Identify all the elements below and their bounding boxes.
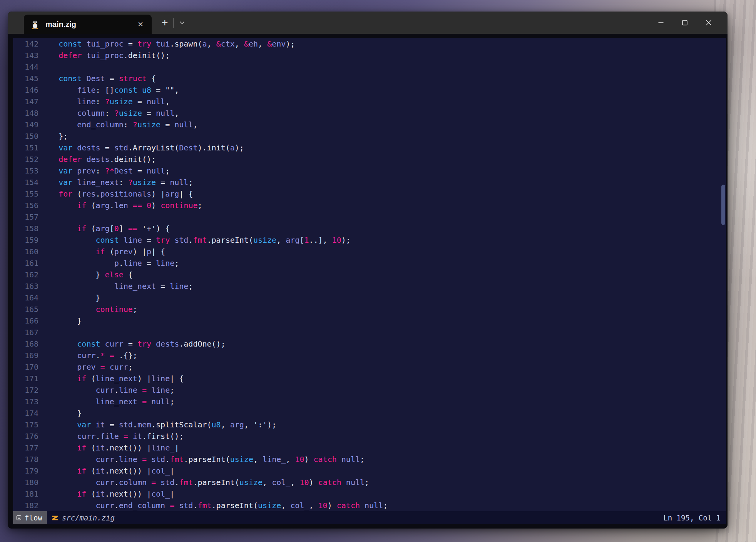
- code-text: if (arg.len == 0) continue;: [38, 200, 202, 211]
- line-number: 147: [13, 96, 38, 107]
- code-line[interactable]: 166 }: [13, 315, 726, 327]
- line-number: 154: [13, 177, 38, 188]
- code-text: column: ?usize = null,: [38, 107, 179, 119]
- code-line[interactable]: 181 if (it.next()) |col_|: [13, 488, 726, 500]
- line-number: 167: [13, 327, 38, 338]
- code-line[interactable]: 145 const Dest = struct {: [13, 73, 726, 84]
- code-line[interactable]: 182 curr.end_column = std.fmt.parseInt(u…: [13, 500, 726, 511]
- line-number: 171: [13, 373, 38, 384]
- code-line[interactable]: 173 line_next = null;: [13, 396, 726, 407]
- line-number: 168: [13, 338, 38, 350]
- line-number: 158: [13, 223, 38, 234]
- code-line[interactable]: 169 curr.* = .{};: [13, 350, 726, 361]
- code-line[interactable]: 157: [13, 211, 726, 223]
- code-line[interactable]: 164 }: [13, 292, 726, 304]
- code-line[interactable]: 168 const curr = try dests.addOne();: [13, 338, 726, 350]
- line-number: 155: [13, 188, 38, 200]
- code-text: }: [38, 315, 82, 327]
- code-line[interactable]: 170 prev = curr;: [13, 361, 726, 373]
- code-line[interactable]: 162 } else {: [13, 269, 726, 280]
- flow-editor-pane: 142 const tui_proc = try tui.spawn(a, &c…: [13, 38, 726, 524]
- line-number: 159: [13, 234, 38, 246]
- line-number: 175: [13, 419, 38, 430]
- chevron-down-icon: [179, 20, 186, 26]
- code-line[interactable]: 147 line: ?usize = null,: [13, 96, 726, 107]
- scrollbar-thumb[interactable]: [721, 185, 725, 225]
- code-line[interactable]: 142 const tui_proc = try tui.spawn(a, &c…: [13, 38, 726, 50]
- minimize-button[interactable]: [649, 12, 673, 34]
- code-line[interactable]: 174 }: [13, 407, 726, 419]
- line-number: 176: [13, 430, 38, 442]
- code-text: prev = curr;: [38, 361, 133, 373]
- code-line[interactable]: 176 curr.file = it.first();: [13, 430, 726, 442]
- terminal-content: 142 const tui_proc = try tui.spawn(a, &c…: [8, 34, 728, 529]
- new-tab-button[interactable]: +: [156, 12, 173, 34]
- close-window-button[interactable]: [697, 12, 721, 34]
- code-line[interactable]: 155 for (res.positionals) |arg| {: [13, 188, 726, 200]
- tab-main-zig[interactable]: main.zig ×: [24, 15, 152, 34]
- line-number: 166: [13, 315, 38, 327]
- line-number: 162: [13, 269, 38, 280]
- cursor-position[interactable]: Ln 195, Col 1: [663, 514, 721, 522]
- code-line[interactable]: 172 curr.line = line;: [13, 384, 726, 396]
- line-number: 170: [13, 361, 38, 373]
- code-line[interactable]: 149 end_column: ?usize = null,: [13, 119, 726, 130]
- tab-dropdown-button[interactable]: [174, 12, 191, 34]
- code-line[interactable]: 159 const line = try std.fmt.parseInt(us…: [13, 234, 726, 246]
- file-path[interactable]: src/main.zig: [62, 514, 115, 522]
- tab-title: main.zig: [45, 20, 135, 29]
- code-area[interactable]: 142 const tui_proc = try tui.spawn(a, &c…: [13, 38, 726, 511]
- code-text: continue;: [38, 304, 137, 315]
- code-text: [38, 327, 40, 338]
- line-number: 150: [13, 130, 38, 142]
- app-name: flow: [25, 514, 42, 522]
- code-line[interactable]: 143 defer tui_proc.deinit();: [13, 50, 726, 61]
- code-line[interactable]: 161 p.line = line;: [13, 257, 726, 269]
- code-text: p.line = line;: [38, 257, 179, 269]
- code-text: defer dests.deinit();: [38, 153, 156, 165]
- code-text: if (arg[0] == '+') {: [38, 223, 170, 234]
- code-line[interactable]: 180 curr.column = std.fmt.parseInt(usize…: [13, 477, 726, 488]
- code-line[interactable]: 151 var dests = std.ArrayList(Dest).init…: [13, 142, 726, 153]
- code-line[interactable]: 160 if (prev) |p| {: [13, 246, 726, 257]
- code-line[interactable]: 175 var it = std.mem.splitScalar(u8, arg…: [13, 419, 726, 430]
- desktop-wallpaper: main.zig × +: [0, 0, 756, 542]
- code-text: const curr = try dests.addOne();: [38, 338, 226, 350]
- code-line[interactable]: 144: [13, 61, 726, 73]
- code-line[interactable]: 146 file: []const u8 = "",: [13, 84, 726, 96]
- code-text: curr.line = line;: [38, 384, 174, 396]
- code-line[interactable]: 154 var line_next: ?usize = null;: [13, 177, 726, 188]
- code-text: curr.file = it.first();: [38, 430, 184, 442]
- code-line[interactable]: 148 column: ?usize = null,: [13, 107, 726, 119]
- line-number: 142: [13, 38, 38, 50]
- line-number: 157: [13, 211, 38, 223]
- code-text: line_next = line;: [38, 280, 193, 292]
- code-line[interactable]: 152 defer dests.deinit();: [13, 153, 726, 165]
- flow-logo-icon: [16, 515, 22, 520]
- code-line[interactable]: 177 if (it.next()) |line_|: [13, 442, 726, 454]
- maximize-button[interactable]: [673, 12, 697, 34]
- line-number: 148: [13, 107, 38, 119]
- code-text: const tui_proc = try tui.spawn(a, &ctx, …: [38, 38, 295, 50]
- code-line[interactable]: 153 var prev: ?*Dest = null;: [13, 165, 726, 177]
- line-number: 173: [13, 396, 38, 407]
- code-line[interactable]: 150 };: [13, 130, 726, 142]
- flow-menu-button[interactable]: flow: [13, 511, 47, 524]
- code-line[interactable]: 163 line_next = line;: [13, 280, 726, 292]
- tab-bar[interactable]: main.zig × +: [8, 12, 728, 34]
- code-line[interactable]: 178 curr.line = std.fmt.parseInt(usize, …: [13, 454, 726, 465]
- code-line[interactable]: 179 if (it.next()) |col_|: [13, 465, 726, 477]
- code-text: for (res.positionals) |arg| {: [38, 188, 193, 200]
- line-number: 144: [13, 61, 38, 73]
- line-number: 181: [13, 488, 38, 500]
- code-line[interactable]: 171 if (line_next) |line| {: [13, 373, 726, 384]
- line-number: 161: [13, 257, 38, 269]
- code-line[interactable]: 158 if (arg[0] == '+') {: [13, 223, 726, 234]
- maximize-icon: [682, 20, 687, 25]
- tab-close-button[interactable]: ×: [135, 19, 146, 30]
- code-line[interactable]: 156 if (arg.len == 0) continue;: [13, 200, 726, 211]
- code-line[interactable]: 167: [13, 327, 726, 338]
- code-line[interactable]: 165 continue;: [13, 304, 726, 315]
- code-text: if (it.next()) |line_|: [38, 442, 179, 454]
- line-number: 180: [13, 477, 38, 488]
